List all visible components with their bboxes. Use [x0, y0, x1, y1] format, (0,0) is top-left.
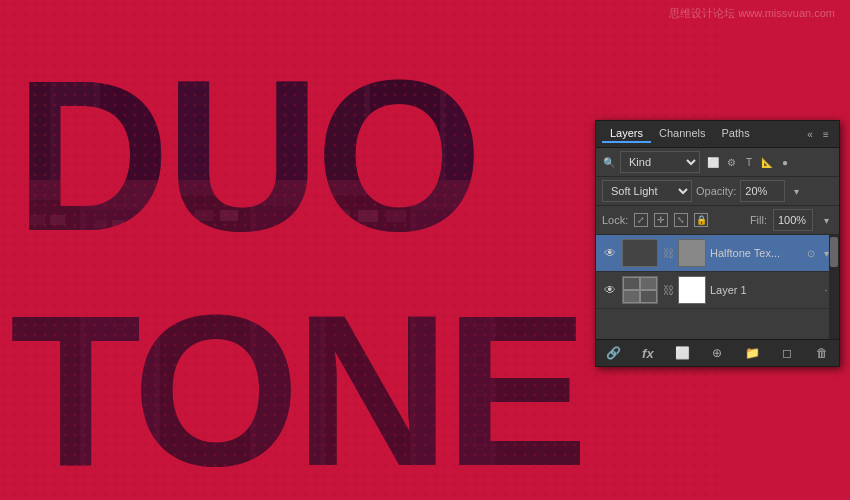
blend-mode-select[interactable]: Soft Light	[602, 180, 692, 202]
layer-mask-grid	[678, 276, 706, 304]
filter-adjustment-icon: ⚙	[724, 155, 738, 169]
panel-collapse-button[interactable]: «	[803, 127, 817, 141]
lock-row: Lock: ⤢ ✛ ⤡ 🔒 Fill: ▾	[596, 206, 839, 235]
filter-row: 🔍 Kind ⬜ ⚙ T 📐 ●	[596, 148, 839, 177]
panel-bottom-toolbar: 🔗 fx ⬜ ⊕ 📁 ◻ 🗑	[596, 339, 839, 366]
layer-thumb-grid	[622, 276, 658, 304]
tab-channels[interactable]: Channels	[651, 125, 713, 143]
layers-scrollbar[interactable]	[829, 235, 839, 339]
layer-visibility-halftone[interactable]: 👁	[602, 245, 618, 261]
panel-tabs: Layers Channels Paths	[602, 125, 758, 143]
filter-type-icon: T	[742, 155, 756, 169]
delete-layer-button[interactable]: 🗑	[813, 344, 831, 362]
blend-opacity-row: Soft Light Opacity: ▾	[596, 177, 839, 206]
fill-input[interactable]	[773, 209, 813, 231]
panel-controls: « ≡	[803, 127, 833, 141]
canvas: 思维设计论坛 www.missvuan.com	[0, 0, 850, 500]
new-group-button[interactable]: 📁	[743, 344, 761, 362]
adjustment-layer-button[interactable]: ⊕	[708, 344, 726, 362]
lock-position-icon[interactable]: ⤢	[634, 213, 648, 227]
lock-label: Lock:	[602, 214, 628, 226]
opacity-input[interactable]	[740, 180, 785, 202]
layer-item-halftone[interactable]: 👁 ⛓ Halftone Tex... ⊙ ▾	[596, 235, 839, 272]
search-icon: 🔍	[602, 155, 616, 169]
layers-empty-space	[596, 309, 839, 339]
watermark: 思维设计论坛 www.missvuan.com	[669, 6, 835, 21]
fill-chevron-icon: ▾	[819, 213, 833, 227]
layers-scrollbar-thumb	[830, 237, 838, 267]
panel-titlebar: Layers Channels Paths « ≡	[596, 121, 839, 148]
layers-panel: Layers Channels Paths « ≡ 🔍 Kind ⬜ ⚙ T 📐…	[595, 120, 840, 367]
layers-list: 👁 ⛓ Halftone Tex... ⊙ ▾ 👁	[596, 235, 839, 339]
tab-layers[interactable]: Layers	[602, 125, 651, 143]
link-layers-button[interactable]: 🔗	[604, 344, 622, 362]
layer-visibility-grid[interactable]: 👁	[602, 282, 618, 298]
lock-artboard-icon[interactable]: ⤡	[674, 213, 688, 227]
lock-all-icon[interactable]: 🔒	[694, 213, 708, 227]
duplicate-layer-button[interactable]: ◻	[778, 344, 796, 362]
layer-chain-halftone: ⛓	[662, 247, 674, 259]
fill-label: Fill:	[750, 214, 767, 226]
layer-effects-button[interactable]: fx	[639, 344, 657, 362]
filter-pixel-icon: ⬜	[706, 155, 720, 169]
filter-shape-icon: 📐	[760, 155, 774, 169]
filter-kind-select[interactable]: Kind	[620, 151, 700, 173]
add-mask-button[interactable]: ⬜	[674, 344, 692, 362]
layer-chain-grid: ⛓	[662, 284, 674, 296]
layer-effect-halftone: ⊙	[807, 248, 815, 259]
opacity-chevron-icon: ▾	[789, 184, 803, 198]
filter-smart-icon: ●	[778, 155, 792, 169]
panel-menu-button[interactable]: ≡	[819, 127, 833, 141]
layer-mask-halftone	[678, 239, 706, 267]
layer-name-grid: Layer 1	[710, 284, 815, 296]
layer-name-halftone: Halftone Tex...	[710, 247, 803, 259]
lock-move-icon[interactable]: ✛	[654, 213, 668, 227]
layer-item-grid[interactable]: 👁 ⛓ Layer 1 ·	[596, 272, 839, 309]
opacity-label: Opacity:	[696, 185, 736, 197]
tab-paths[interactable]: Paths	[714, 125, 758, 143]
layer-thumb-halftone	[622, 239, 658, 267]
